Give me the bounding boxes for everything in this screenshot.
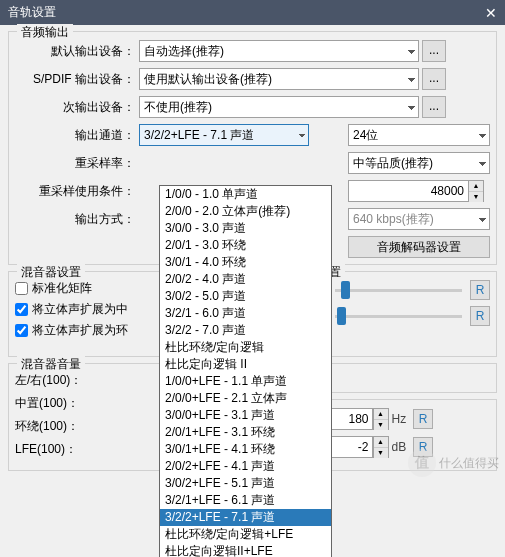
checkbox-normalize-matrix[interactable] bbox=[15, 282, 28, 295]
select-bit-depth[interactable]: 24位 bbox=[348, 124, 490, 146]
dropdown-option[interactable]: 2/0/1 - 3.0 环绕 bbox=[160, 237, 331, 254]
label-resample-rate: 重采样率： bbox=[15, 155, 135, 172]
dropdown-option[interactable]: 1/0/0+LFE - 1.1 单声道 bbox=[160, 373, 331, 390]
slider-b[interactable] bbox=[335, 315, 463, 318]
dropdown-option[interactable]: 2/0/2+LFE - 4.1 声道 bbox=[160, 458, 331, 475]
select-spdif-device[interactable]: 使用默认输出设备(推荐) bbox=[139, 68, 419, 90]
close-icon[interactable]: ✕ bbox=[485, 5, 497, 21]
chevron-down-icon: ▼ bbox=[469, 192, 483, 202]
label-output-channel: 输出通道： bbox=[15, 127, 135, 144]
select-quality[interactable]: 中等品质(推荐) bbox=[348, 152, 490, 174]
dropdown-option[interactable]: 3/0/0 - 3.0 声道 bbox=[160, 220, 331, 237]
chevron-up-icon: ▲ bbox=[469, 181, 483, 192]
reset-button[interactable]: R bbox=[470, 280, 490, 300]
dropdown-option[interactable]: 3/0/0+LFE - 3.1 声道 bbox=[160, 407, 331, 424]
group-title: 混音器设置 bbox=[17, 264, 85, 281]
spinner[interactable]: ▲▼ bbox=[373, 436, 389, 458]
dropdown-option[interactable]: 3/0/2+LFE - 5.1 声道 bbox=[160, 475, 331, 492]
checkbox-stereo-center[interactable] bbox=[15, 303, 28, 316]
dropdown-option[interactable]: 杜比环绕/定向逻辑 bbox=[160, 339, 331, 356]
dropdown-option[interactable]: 3/2/2+LFE - 7.1 声道 bbox=[160, 509, 331, 526]
dropdown-option[interactable]: 3/2/1 - 6.0 声道 bbox=[160, 305, 331, 322]
spinner[interactable]: ▲▼ bbox=[373, 408, 389, 430]
label-spdif-device: S/PDIF 输出设备： bbox=[15, 71, 135, 88]
dropdown-option[interactable]: 3/2/2 - 7.0 声道 bbox=[160, 322, 331, 339]
group-title: 混音器音量 bbox=[17, 356, 85, 373]
dropdown-option[interactable]: 杜比定向逻辑 II bbox=[160, 356, 331, 373]
slider-a[interactable] bbox=[335, 289, 463, 292]
watermark-text: 什么值得买 bbox=[439, 455, 499, 472]
more-button[interactable]: ... bbox=[422, 40, 446, 62]
more-button[interactable]: ... bbox=[422, 96, 446, 118]
dropdown-option[interactable]: 3/2/1+LFE - 6.1 声道 bbox=[160, 492, 331, 509]
group-title: 音频输出 bbox=[17, 24, 73, 41]
label-resample-cond: 重采样使用条件： bbox=[15, 183, 135, 200]
select-output-channel[interactable]: 3/2/2+LFE - 7.1 声道 bbox=[139, 124, 309, 146]
label-normalize: 标准化矩阵 bbox=[32, 280, 92, 297]
label-lfe: LFE(100)： bbox=[15, 441, 87, 458]
dropdown-option[interactable]: 3/0/2 - 5.0 声道 bbox=[160, 288, 331, 305]
label-stereo-center: 将立体声扩展为中 bbox=[32, 301, 128, 318]
dropdown-option[interactable]: 3/0/1+LFE - 4.1 环绕 bbox=[160, 441, 331, 458]
label-secondary-device: 次输出设备： bbox=[15, 99, 135, 116]
unit-db: dB bbox=[392, 440, 407, 454]
dropdown-option[interactable]: 1/0/0 - 1.0 单声道 bbox=[160, 186, 331, 203]
dropdown-option[interactable]: 杜比环绕/定向逻辑+LFE bbox=[160, 526, 331, 543]
dropdown-option[interactable]: 3/0/1 - 4.0 环绕 bbox=[160, 254, 331, 271]
dropdown-option[interactable]: 2/0/0+LFE - 2.1 立体声 bbox=[160, 390, 331, 407]
dropdown-option[interactable]: 2/0/1+LFE - 3.1 环绕 bbox=[160, 424, 331, 441]
more-button[interactable]: ... bbox=[422, 68, 446, 90]
unit-hz: Hz bbox=[392, 412, 407, 426]
dropdown-option[interactable]: 2/0/2 - 4.0 声道 bbox=[160, 271, 331, 288]
watermark: 值 什么值得买 bbox=[408, 449, 499, 477]
dropdown-list-output-channel: 1/0/0 - 1.0 单声道2/0/0 - 2.0 立体声(推荐)3/0/0 … bbox=[159, 185, 332, 557]
label-output-mode: 输出方式： bbox=[15, 211, 135, 228]
window-title: 音轨设置 bbox=[8, 4, 56, 21]
select-bitrate[interactable]: 640 kbps(推荐) bbox=[348, 208, 490, 230]
label-default-device: 默认输出设备： bbox=[15, 43, 135, 60]
reset-button[interactable]: R bbox=[413, 409, 433, 429]
input-sample-rate[interactable] bbox=[348, 180, 468, 202]
input-freq[interactable] bbox=[331, 408, 373, 430]
dropdown-option[interactable]: 杜比定向逻辑II+LFE bbox=[160, 543, 331, 557]
input-gain[interactable] bbox=[331, 436, 373, 458]
spinner[interactable]: ▲▼ bbox=[468, 180, 484, 202]
label-surround: 环绕(100)： bbox=[15, 418, 87, 435]
select-default-device[interactable]: 自动选择(推荐) bbox=[139, 40, 419, 62]
label-stereo-surround: 将立体声扩展为环 bbox=[32, 322, 128, 339]
decoder-settings-button[interactable]: 音频解码器设置 bbox=[348, 236, 490, 258]
dropdown-option[interactable]: 2/0/0 - 2.0 立体声(推荐) bbox=[160, 203, 331, 220]
reset-button[interactable]: R bbox=[470, 306, 490, 326]
label-center: 中置(100)： bbox=[15, 395, 87, 412]
checkbox-stereo-surround[interactable] bbox=[15, 324, 28, 337]
label-left-right: 左/右(100)： bbox=[15, 372, 87, 389]
select-secondary-device[interactable]: 不使用(推荐) bbox=[139, 96, 419, 118]
titlebar: 音轨设置 ✕ bbox=[0, 0, 505, 25]
watermark-icon: 值 bbox=[408, 449, 436, 477]
